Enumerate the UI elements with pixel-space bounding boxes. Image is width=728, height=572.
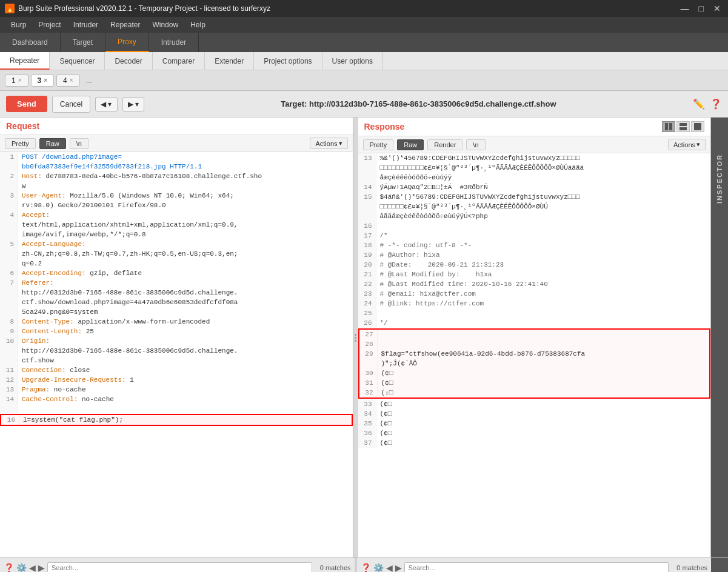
rep-tab-3[interactable]: 3 × [31,75,55,87]
line-content-4c: image/avif,image/webp,*/*;q=0.8 [18,230,353,239]
tab-target[interactable]: Target [61,33,105,52]
response-line-28: 28 [359,339,710,349]
send-button[interactable]: Send [6,96,47,112]
maximize-button[interactable]: □ [696,4,706,13]
resp-content-22: # @Last Modified time: 2020-10-16 22:41:… [376,279,711,289]
right-forward-button[interactable]: ▶ [395,563,402,573]
resp-content-29b: )";Ĵ(¢´ÃÔ [378,359,710,368]
minimize-button[interactable]: — [678,4,692,13]
resp-content-15c: âãäåæçèéêëòóôõö÷øùúýÿÚ<?php [376,211,711,221]
line-num-9: 9 [0,327,18,336]
line-content-2b: w [18,181,353,191]
menu-burp[interactable]: Burp [5,18,32,32]
line-content-6: Accept-Encoding: gzip, deflate [18,268,353,278]
request-raw-button[interactable]: Raw [39,138,66,149]
tab-dashboard[interactable]: Dashboard [0,33,61,52]
split-horizontal-button[interactable] [662,121,675,132]
line-num-empty [0,404,18,414]
response-newline-button[interactable]: \n [466,139,485,150]
line-num-5c [0,259,18,268]
request-line-7b: http://0312d3b0-7165-488e-861c-3835006c9… [0,288,353,298]
menu-window[interactable]: Window [146,18,184,32]
sub-tab-sequencer[interactable]: Sequencer [50,52,105,70]
line-num-7: 7 [0,278,18,288]
close-button[interactable]: ✕ [711,4,723,13]
request-code-area: 1 POST /download.php?image= bb0fda87383e… [0,152,353,557]
nav-prev-button[interactable]: ◀ ▾ [95,97,117,111]
line-content-11: Connection: close [18,365,353,375]
response-line-31: 31 (¢□ [359,378,710,388]
response-raw-button[interactable]: Raw [397,139,424,150]
cancel-button[interactable]: Cancel [52,96,90,113]
resp-content-37: (¢□ [376,438,711,448]
resp-content-24: # @link: https://ctfer.com [376,299,711,308]
left-forward-button[interactable]: ▶ [38,563,45,573]
sub-tab-repeater[interactable]: Repeater [0,52,50,70]
resp-content-25 [376,308,711,318]
close-tab-3-icon[interactable]: × [44,77,47,84]
response-pretty-button[interactable]: Pretty [363,139,394,150]
line-num-11: 11 [0,365,18,375]
menu-repeater[interactable]: Repeater [104,18,146,32]
sub-tabs: Repeater Sequencer Decoder Comparer Exte… [0,52,728,70]
split-horizontal-icon [665,123,672,130]
line-num-3b [0,201,18,210]
resp-line-num-15c [358,211,376,221]
request-actions-button[interactable]: Actions ▾ [310,138,347,149]
resp-content-20: # @Date: 2020-09-21 21:31:23 [376,260,711,270]
close-tab-1-icon[interactable]: × [18,77,22,84]
sub-tab-user-options[interactable]: User options [322,52,383,70]
request-line-2b: w [0,181,353,191]
right-help-button[interactable]: ❓ [361,563,371,573]
right-search-input[interactable] [404,562,669,573]
resp-line-num-31: 31 [359,378,378,388]
resp-line-num-25: 25 [358,308,376,318]
response-line-35: 35 (¢□ [358,419,711,428]
request-line-10: 10 Origin: [0,336,353,346]
rep-tab-1[interactable]: 1 × [5,75,28,87]
resp-content-23: # @email: h1xa@ctfer.com [376,289,711,299]
help-button[interactable]: ❓ [710,98,722,110]
window-controls[interactable]: — □ ✕ [678,4,723,13]
right-settings-button[interactable]: ⚙️ [373,563,384,573]
line-content-7c: ctf.show/download.php?image=4a47a0db6e60… [18,298,353,307]
nav-next-button[interactable]: ▶ ▾ [122,97,144,111]
tab-proxy[interactable]: Proxy [105,33,149,52]
response-line-13: 13 %&'()*456789:CDEFGHIJSTUVWXYZcdefghij… [358,153,711,163]
response-actions-button[interactable]: Actions ▾ [668,139,706,150]
left-back-button[interactable]: ◀ [29,563,36,573]
request-line-14: 14 Cache-Control: no-cache [0,394,353,404]
single-pane-button[interactable] [691,121,704,132]
panel-splitter[interactable] [353,118,358,557]
line-content-1b: bb0fda87383ef9e14f32559d6783f218.jpg HTT… [18,162,353,171]
left-help-button[interactable]: ❓ [4,563,14,573]
response-render-button[interactable]: Render [427,139,463,150]
sub-tab-comparer[interactable]: Comparer [153,52,205,70]
menu-project[interactable]: Project [32,18,67,32]
response-line-34: 34 (¢□ [358,409,711,419]
edit-target-button[interactable]: ✏️ [693,98,705,110]
sub-tab-decoder[interactable]: Decoder [105,52,152,70]
response-line-36: 36 (¢□ [358,428,711,438]
close-tab-4-icon[interactable]: × [70,77,73,84]
resp-content-14: ýÄµw!1AQaq"2□B□¦±Á #3RðbrÑ [376,182,711,192]
menu-intruder[interactable]: Intruder [67,18,104,32]
tab-intruder[interactable]: Intruder [149,33,199,52]
line-num-10c [0,356,18,365]
request-line-4b: text/html,application/xhtml+xml,applicat… [0,220,353,230]
left-search-input[interactable] [47,562,312,573]
resp-line-num-34: 34 [358,409,376,419]
line-content-7: Referer: [18,278,353,288]
left-settings-button[interactable]: ⚙️ [16,563,27,573]
request-pretty-button[interactable]: Pretty [5,138,36,149]
rep-tab-4[interactable]: 4 × [56,75,80,87]
sub-tab-extender[interactable]: Extender [205,52,254,70]
menu-help[interactable]: Help [184,18,212,32]
split-vertical-button[interactable] [676,121,690,132]
more-tabs[interactable]: ... [82,75,96,86]
line-num-7c [0,298,18,307]
request-line-8: 8 Content-Type: application/x-www-form-u… [0,317,353,327]
sub-tab-project-options[interactable]: Project options [254,52,322,70]
request-newline-button[interactable]: \n [70,138,88,149]
right-back-button[interactable]: ◀ [386,563,393,573]
